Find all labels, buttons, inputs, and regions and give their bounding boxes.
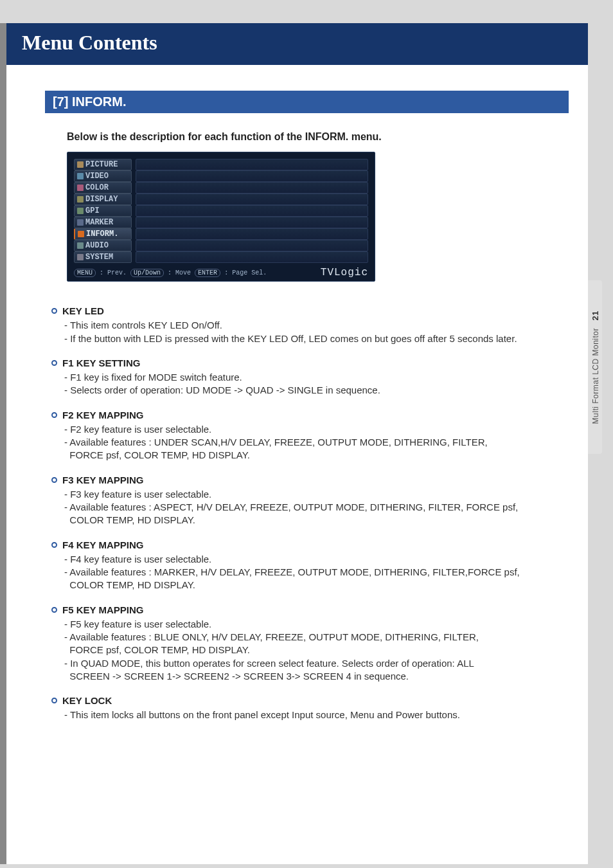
osd-menu-tab: SYSTEM (74, 251, 132, 263)
item-body: - F1 key is fixed for MODE switch featur… (64, 371, 569, 397)
osd-footer: MENU : Prev. Up/Down : Move ENTER : Page… (74, 267, 368, 278)
item-line: - Available features : MARKER, H/V DELAY… (64, 566, 569, 579)
bullet-icon (51, 360, 57, 366)
osd-menu-tab-label: MARKER (85, 218, 113, 227)
osd-menu-value-slot (136, 240, 368, 251)
section-heading: [7] INFORM. (53, 95, 126, 109)
osd-menu-tab-label: INFORM. (86, 230, 118, 239)
osd-menu-tab: DISPLAY (74, 194, 132, 205)
osd-menu-row: MARKER (74, 217, 368, 228)
osd-menu-row: DISPLAY (74, 194, 368, 205)
bullet-icon (51, 607, 57, 613)
bullet-icon (51, 542, 57, 548)
osd-menu-value-slot (136, 228, 368, 240)
osd-menu-tab-icon (77, 208, 84, 214)
side-tab: Multi Format LCD Monitor 21 (588, 280, 602, 454)
item-line: - Available features : BLUE ONLY, H/V DE… (64, 631, 569, 644)
osd-menu-tab-icon (77, 242, 84, 249)
osd-menu-tab-icon (77, 173, 84, 179)
osd-menu-value-slot (136, 251, 368, 263)
item-line: - F2 key feature is user selectable. (64, 423, 569, 436)
item-line: - This item locks all buttons on the fro… (64, 709, 569, 721)
osd-menu-tab: COLOR (74, 182, 132, 194)
item-body: - This item controls KEY LED On/Off.- If… (64, 319, 569, 345)
item-title: F2 KEY MAPPING (62, 409, 143, 422)
manual-page: Menu Contents [7] INFORM. Below is the d… (0, 23, 588, 864)
item-body: - F5 key feature is user selectable.- Av… (64, 618, 569, 683)
osd-enter-pill: ENTER (195, 269, 220, 277)
item-line: SCREEN -> SCREEN 1-> SCREEN2 -> SCREEN 3… (64, 670, 569, 683)
bullet-icon (51, 477, 57, 483)
osd-enter-pill-label: : Page Sel. (224, 269, 267, 276)
osd-menu-tab: AUDIO (74, 240, 132, 251)
content-area: KEY LED- This item controls KEY LED On/O… (51, 305, 569, 722)
intro-text: Below is the description for each functi… (67, 131, 569, 143)
osd-menu-tab: PICTURE (74, 159, 132, 170)
item-line: - This item controls KEY LED On/Off. (64, 319, 569, 332)
item-line: - F5 key feature is user selectable. (64, 618, 569, 631)
description-item: F5 KEY MAPPING- F5 key feature is user s… (51, 604, 569, 683)
osd-menu-tab-icon (77, 185, 84, 191)
osd-menu-row: COLOR (74, 182, 368, 194)
item-title: F4 KEY MAPPING (62, 539, 143, 552)
osd-updown-pill-label: : Move (168, 269, 191, 276)
osd-menu-row: AUDIO (74, 240, 368, 251)
item-line: - If the button with LED is pressed with… (64, 332, 569, 345)
osd-menu-tab-icon (77, 196, 84, 203)
item-head: F1 KEY SETTING (51, 357, 569, 370)
description-item: F1 KEY SETTING- F1 key is fixed for MODE… (51, 357, 569, 397)
item-body: - This item locks all buttons on the fro… (64, 709, 569, 721)
item-head: F3 KEY MAPPING (51, 474, 569, 487)
item-line: - F4 key feature is user selectable. (64, 553, 569, 566)
osd-menu-pill-label: : Prev. (100, 269, 127, 276)
osd-menu-tab-label: COLOR (85, 183, 109, 192)
bullet-icon (51, 412, 57, 418)
osd-menu-tab: VIDEO (74, 170, 132, 182)
osd-menu-tab-icon (77, 254, 84, 260)
item-line: - Available features : ASPECT, H/V DELAY… (64, 501, 569, 514)
item-body: - F3 key feature is user selectable.- Av… (64, 488, 569, 527)
osd-brand: TVLogic (321, 267, 368, 278)
item-line: - Available features : UNDER SCAN,H/V DE… (64, 436, 569, 449)
side-tab-label: Multi Format LCD Monitor (591, 328, 600, 424)
item-line: - F1 key is fixed for MODE switch featur… (64, 371, 569, 384)
osd-menu-value-slot (136, 182, 368, 194)
bullet-icon (51, 308, 57, 314)
osd-updown-pill: Up/Down (130, 269, 164, 277)
osd-menu-list: PICTUREVIDEOCOLORDISPLAYGPIMARKERINFORM.… (74, 159, 368, 263)
item-title: KEY LOCK (62, 694, 112, 707)
osd-menu-row: SYSTEM (74, 251, 368, 263)
osd-menu-screenshot: PICTUREVIDEOCOLORDISPLAYGPIMARKERINFORM.… (67, 152, 375, 282)
osd-menu-tab: INFORM. (74, 228, 132, 240)
item-line: FORCE psf, COLOR TEMP, HD DISPLAY. (64, 644, 569, 656)
osd-menu-row: PICTURE (74, 159, 368, 170)
osd-menu-value-slot (136, 217, 368, 228)
osd-menu-pill: MENU (74, 269, 96, 277)
osd-menu-tab-icon (77, 161, 84, 168)
osd-menu-value-slot (136, 170, 368, 182)
osd-menu-row: INFORM. (74, 228, 368, 240)
osd-menu-row: GPI (74, 205, 368, 217)
description-item: KEY LED- This item controls KEY LED On/O… (51, 305, 569, 345)
description-item: F3 KEY MAPPING- F3 key feature is user s… (51, 474, 569, 527)
section-heading-bar: [7] INFORM. (45, 91, 569, 113)
item-body: - F4 key feature is user selectable.- Av… (64, 553, 569, 592)
description-item: KEY LOCK- This item locks all buttons on… (51, 694, 569, 722)
page-title: Menu Contents (22, 31, 157, 54)
item-line: COLOR TEMP, HD DISPLAY. (64, 514, 569, 527)
item-title: KEY LED (62, 305, 104, 318)
item-head: F5 KEY MAPPING (51, 604, 569, 617)
item-title: F1 KEY SETTING (62, 357, 140, 370)
item-line: - F3 key feature is user selectable. (64, 488, 569, 501)
osd-menu-value-slot (136, 205, 368, 217)
osd-menu-tab-label: GPI (85, 206, 100, 215)
bullet-icon (51, 698, 57, 703)
item-line: - Selects order of operation: UD MODE ->… (64, 384, 569, 397)
osd-menu-tab-icon (77, 219, 84, 226)
item-head: F2 KEY MAPPING (51, 409, 569, 422)
osd-menu-tab: MARKER (74, 217, 132, 228)
osd-menu-value-slot (136, 194, 368, 205)
osd-menu-tab-label: VIDEO (85, 172, 109, 181)
osd-menu-tab-icon (78, 231, 84, 237)
item-line: COLOR TEMP, HD DISPLAY. (64, 579, 569, 592)
